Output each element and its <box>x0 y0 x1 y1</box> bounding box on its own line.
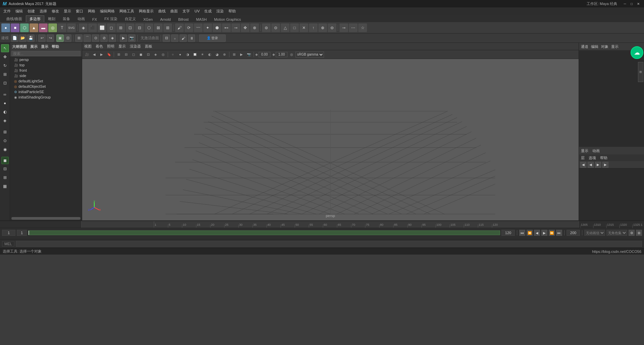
vp-guide-icon[interactable]: ◼ <box>138 51 144 58</box>
shelf-separate-icon[interactable]: ⊞ <box>163 23 172 32</box>
settings-button[interactable]: ⚙ <box>629 230 635 236</box>
rp-anim-tab[interactable]: 动画 <box>592 148 600 153</box>
scale-tool[interactable]: ⊞ <box>1 70 9 78</box>
step-forward-button[interactable]: ⏩ <box>549 230 555 236</box>
viewport-canvas[interactable]: persp x y z <box>82 59 579 220</box>
shelf-svg-icon[interactable]: SVG <box>67 23 76 32</box>
display-tool4[interactable]: ▦ <box>1 182 9 190</box>
outliner-menu-display[interactable]: 显示 <box>41 44 48 49</box>
undo-icon[interactable]: ↩ <box>38 34 46 42</box>
soft-select-tool[interactable]: ◐ <box>1 108 9 116</box>
lasso-tool[interactable]: ∞ <box>1 90 9 98</box>
component-mode-icon[interactable]: ⊡ <box>64 34 71 42</box>
menu-type[interactable]: 支字 <box>180 8 192 14</box>
anim-end-input[interactable] <box>567 230 580 236</box>
display-tool1[interactable]: ◼ <box>1 157 9 164</box>
vp-bookmark-icon[interactable]: 🔖 <box>106 51 112 58</box>
shelf-sculpt2-icon[interactable]: ⟳ <box>184 23 193 32</box>
scene-item-initialparticlese[interactable]: ⚙ initialParticleSE <box>10 89 82 94</box>
menu-meshtool[interactable]: 网格工具 <box>117 8 136 14</box>
shelf-bridge-icon[interactable]: ⬜ <box>98 23 106 32</box>
color-set-select[interactable]: 无角色集 <box>606 230 627 236</box>
history-icon[interactable]: ⊟ <box>163 34 170 42</box>
menu-curves[interactable]: 曲线 <box>156 8 168 14</box>
menu-window[interactable]: 窗口 <box>74 8 85 14</box>
shelf-cleanup-icon[interactable]: ✕ <box>300 23 308 32</box>
snap-point-icon[interactable]: ⊙ <box>92 34 99 42</box>
shelf-connect-icon[interactable]: ⊡ <box>126 23 135 32</box>
tab-sculpt[interactable]: 雕刻 <box>44 15 59 22</box>
tab-custom[interactable]: 自定义 <box>121 15 140 22</box>
tab-mash[interactable]: MASH <box>192 16 210 22</box>
vp-select-icon[interactable]: ◈ <box>152 51 159 58</box>
menu-mesh[interactable]: 网格 <box>86 8 97 14</box>
display-tool3[interactable]: ⊞ <box>1 174 9 182</box>
shelf-normals-icon[interactable]: ↑ <box>309 23 318 32</box>
shelf-retopo-icon[interactable]: ⊸ <box>231 23 240 32</box>
shelf-sym-icon[interactable]: ⊷ <box>222 23 231 32</box>
tab-fx-render[interactable]: FX 渲染 <box>101 15 121 22</box>
menu-help[interactable]: 帮助 <box>226 8 238 14</box>
menu-edit[interactable]: 编辑 <box>13 8 25 14</box>
scene-item-top[interactable]: 🎥 top <box>10 62 82 68</box>
shelf-mirror-icon[interactable]: ⊜ <box>262 23 271 32</box>
vp-resolution-icon[interactable]: ⊞ <box>231 51 237 58</box>
vp-hud-icon[interactable]: ◎ <box>160 51 166 58</box>
login-icon[interactable]: 👤登录 <box>199 34 226 42</box>
shelf-reduce-icon[interactable]: ⊝ <box>271 23 280 32</box>
shelf-extrude-icon[interactable]: ⬛ <box>88 23 97 32</box>
layer-prev-btn[interactable]: ◀ <box>580 162 586 168</box>
vp-gamma-select[interactable]: sRGB gamma <box>296 52 324 58</box>
menu-file[interactable]: 文件 <box>1 8 13 14</box>
menu-surfaces[interactable]: 曲面 <box>168 8 180 14</box>
vp-film-icon[interactable]: ◻ <box>130 51 137 58</box>
scene-item-initialshadinggroup[interactable]: ◉ initialShadingGroup <box>10 94 82 100</box>
layer-prev2-btn[interactable]: ◀ <box>588 162 594 168</box>
frame-end-input[interactable] <box>501 230 515 236</box>
vp-wire-shade-icon[interactable]: ◑ <box>184 51 191 58</box>
menu-display[interactable]: 显示 <box>62 8 73 14</box>
shelf-cylinder-icon[interactable]: ⬡ <box>20 23 29 32</box>
tab-bifrost[interactable]: Bifrost <box>174 16 192 22</box>
layer-next2-btn[interactable]: ▶ <box>602 162 608 168</box>
menu-generate[interactable]: 生成 <box>202 8 214 14</box>
shelf-snap2-icon[interactable]: ⋯ <box>349 23 358 32</box>
vp-wireframe-icon[interactable]: ○ <box>169 51 176 58</box>
scene-item-front[interactable]: 🎥 front <box>10 68 82 73</box>
rotate-tool[interactable]: ↻ <box>1 62 9 70</box>
shelf-soften-icon[interactable]: ⊖ <box>328 23 336 32</box>
menu-create[interactable]: 创建 <box>25 8 37 14</box>
outliner-menu-show[interactable]: 展示 <box>30 44 38 49</box>
open-scene-icon[interactable]: 📂 <box>19 34 26 42</box>
paint-select-tool[interactable]: ● <box>1 99 9 107</box>
redo-icon[interactable]: ↪ <box>47 34 54 42</box>
vp-camera-icon[interactable]: 🎥 <box>84 51 90 58</box>
vp-ortho-icon[interactable]: ⊟ <box>123 51 129 58</box>
viewport-menu-panels[interactable]: 面板 <box>145 44 152 49</box>
shelf-combine-icon[interactable]: ⊠ <box>154 23 163 32</box>
manipulator-tool[interactable]: ⊡ <box>1 79 9 87</box>
shelf-snap1-icon[interactable]: ⊸ <box>339 23 348 32</box>
shelf-text-icon[interactable]: T <box>58 23 66 32</box>
vp-ao-icon[interactable]: ◕ <box>214 51 220 58</box>
vp-grid-icon[interactable]: ⊞ <box>115 51 122 58</box>
shelf-bevel-icon[interactable]: ◻ <box>107 23 116 32</box>
frame-start-input[interactable] <box>17 230 27 236</box>
component-tool[interactable]: ◈ <box>1 117 9 125</box>
rp-channel-tab[interactable]: 通道 <box>581 44 588 49</box>
minimize-button[interactable]: ─ <box>622 1 628 7</box>
rp-side-tab1[interactable]: ⊞ <box>638 62 643 82</box>
rp-object-tab[interactable]: 对象 <box>601 44 608 49</box>
viewport-menu-view[interactable]: 视图 <box>84 44 92 49</box>
rp-layer-tab[interactable]: 层 <box>581 155 585 160</box>
snap-curve-icon[interactable]: ⌒ <box>84 34 91 42</box>
tab-rigging[interactable]: 装备 <box>59 15 74 22</box>
shelf-quad-icon[interactable]: □ <box>290 23 299 32</box>
shelf-twist-icon[interactable]: ⊗ <box>250 23 259 32</box>
tab-fx[interactable]: FX <box>89 16 101 22</box>
current-frame-input[interactable] <box>2 230 15 236</box>
layer-next-btn[interactable]: ▶ <box>595 162 601 168</box>
snap-view-left-tool[interactable]: ◉ <box>1 145 9 153</box>
shelf-paint-icon[interactable]: 🖌 <box>175 23 184 32</box>
playback-speed-select[interactable]: 无动画信 <box>584 230 605 236</box>
